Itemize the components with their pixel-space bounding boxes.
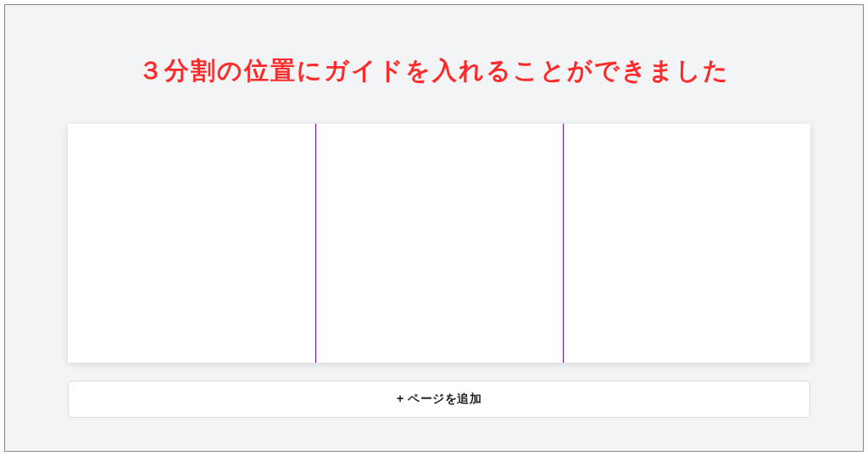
- outer-frame: ３分割の位置にガイドを入れることができました + ページを追加: [4, 4, 864, 452]
- add-page-button-label: + ページを追加: [397, 392, 481, 407]
- add-page-button[interactable]: + ページを追加: [68, 381, 810, 418]
- vertical-guide-2[interactable]: [563, 124, 564, 363]
- vertical-guide-1[interactable]: [315, 124, 316, 363]
- annotation-heading: ３分割の位置にガイドを入れることができました: [5, 54, 863, 88]
- design-canvas[interactable]: [68, 124, 810, 363]
